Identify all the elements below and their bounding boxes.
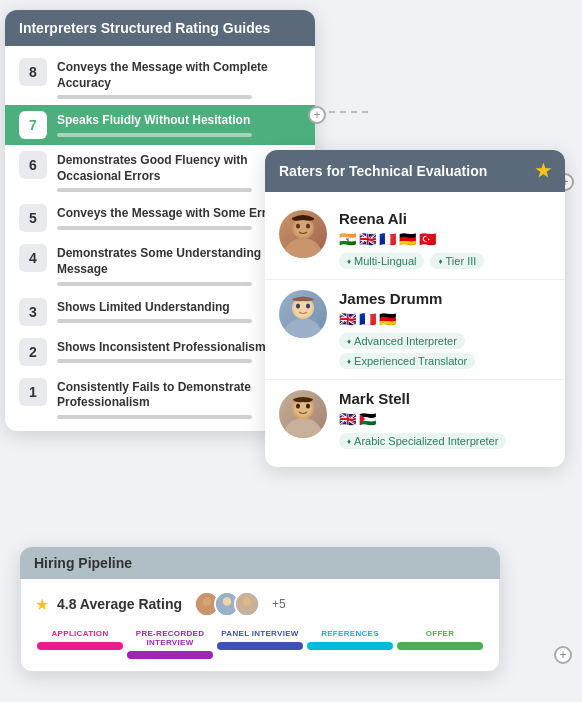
raters-list: Reena Ali 🇮🇳 🇬🇧 🇫🇷 🇩🇪 🇹🇷 Multi-Lingual T… <box>265 192 565 467</box>
rating-bar-7 <box>57 133 252 137</box>
flag-de-reena: 🇩🇪 <box>399 231 416 247</box>
rating-row-8[interactable]: 8 Conveys the Message with Complete Accu… <box>5 52 315 105</box>
connector-plus-top: + <box>308 106 326 124</box>
flag-de-james: 🇩🇪 <box>379 311 396 327</box>
raters-title: Raters for Technical Evaluation <box>279 163 487 179</box>
stage-label-panel: PANEL INTERVIEW <box>215 629 305 638</box>
stage-label-pre: PRE-RECORDED INTERVIEW <box>125 629 215 647</box>
tag-row-mark: Arabic Specialized Interpreter <box>339 433 551 449</box>
pipeline-rating-row: ★ 4.8 Average Rating +5 <box>35 591 485 617</box>
svg-point-13 <box>296 404 300 409</box>
rater-row-reena[interactable]: Reena Ali 🇮🇳 🇬🇧 🇫🇷 🇩🇪 🇹🇷 Multi-Lingual T… <box>265 200 565 280</box>
avatar-sm-mark <box>234 591 260 617</box>
pipeline-stages: APPLICATION PRE-RECORDED INTERVIEW PANEL… <box>35 629 485 659</box>
rating-bar-8 <box>57 95 252 99</box>
pipeline-rating-text: 4.8 Average Rating <box>57 596 182 612</box>
raters-card: Raters for Technical Evaluation ★ Reena … <box>265 150 565 467</box>
stage-label-offer: OFFER <box>395 629 485 638</box>
stage-bar-offer <box>397 642 483 650</box>
tag-tier3: Tier III <box>430 253 484 269</box>
pipeline-star-icon: ★ <box>35 595 49 614</box>
flag-gb-mark: 🇬🇧 <box>339 411 356 427</box>
flag-india: 🇮🇳 <box>339 231 356 247</box>
stage-panel[interactable]: PANEL INTERVIEW <box>215 629 305 659</box>
rating-num-3: 3 <box>19 298 47 326</box>
rating-bar-5 <box>57 226 252 230</box>
pipeline-plus-count: +5 <box>272 597 286 611</box>
stage-application[interactable]: APPLICATION <box>35 629 125 659</box>
rating-bar-3 <box>57 319 252 323</box>
rating-num-1: 1 <box>19 378 47 406</box>
rating-num-7: 7 <box>19 111 47 139</box>
rater-row-james[interactable]: James Drumm 🇬🇧 🇫🇷 🇩🇪 Advanced Interprete… <box>265 280 565 380</box>
stage-label-references: REFERENCES <box>305 629 395 638</box>
stage-bar-pre <box>127 651 213 659</box>
connector-plus-bottom-right: + <box>554 646 572 664</box>
svg-point-3 <box>296 224 300 229</box>
svg-point-22 <box>243 597 251 605</box>
svg-point-4 <box>306 224 310 229</box>
pipeline-header: Hiring Pipeline <box>20 547 500 579</box>
star-icon: ★ <box>535 160 551 182</box>
svg-point-5 <box>283 318 323 338</box>
flag-fr-reena: 🇫🇷 <box>379 231 396 247</box>
raters-header: Raters for Technical Evaluation ★ <box>265 150 565 192</box>
stage-references[interactable]: REFERENCES <box>305 629 395 659</box>
svg-point-7 <box>294 299 312 317</box>
tag-row-james: Advanced Interpreter <box>339 333 551 349</box>
rating-guide-header: Interpreters Structured Rating Guides <box>5 10 315 46</box>
tag-arabic-interpreter: Arabic Specialized Interpreter <box>339 433 506 449</box>
rating-guide-title: Interpreters Structured Rating Guides <box>19 20 270 36</box>
rating-content-8: Conveys the Message with Complete Accura… <box>57 58 301 99</box>
tag-row-james-2: Experienced Translator <box>339 353 551 369</box>
rating-label-8: Conveys the Message with Complete Accura… <box>57 60 301 91</box>
pipeline-body: ★ 4.8 Average Rating +5 APPLICATION <box>20 579 500 672</box>
svg-point-2 <box>294 219 312 237</box>
flag-ps: 🇵🇸 <box>359 411 376 427</box>
rater-info-mark: Mark Stell 🇬🇧 🇵🇸 Arabic Specialized Inte… <box>339 390 551 449</box>
stage-bar-application <box>37 642 123 650</box>
rating-num-6: 6 <box>19 151 47 179</box>
flag-fr-james: 🇫🇷 <box>359 311 376 327</box>
stage-bar-panel <box>217 642 303 650</box>
stage-label-application: APPLICATION <box>35 629 125 638</box>
stage-pre-recorded[interactable]: PRE-RECORDED INTERVIEW <box>125 629 215 659</box>
flag-row-reena: 🇮🇳 🇬🇧 🇫🇷 🇩🇪 🇹🇷 <box>339 231 551 247</box>
rating-num-2: 2 <box>19 338 47 366</box>
rater-info-james: James Drumm 🇬🇧 🇫🇷 🇩🇪 Advanced Interprete… <box>339 290 551 369</box>
flag-gb-james: 🇬🇧 <box>339 311 356 327</box>
rating-bar-1 <box>57 415 252 419</box>
rating-bar-6 <box>57 188 252 192</box>
tag-multilingual: Multi-Lingual <box>339 253 424 269</box>
avatar-reena <box>279 210 327 258</box>
tag-advanced-interpreter: Advanced Interpreter <box>339 333 465 349</box>
flag-tr: 🇹🇷 <box>419 231 436 247</box>
rating-num-5: 5 <box>19 204 47 232</box>
rater-info-reena: Reena Ali 🇮🇳 🇬🇧 🇫🇷 🇩🇪 🇹🇷 Multi-Lingual T… <box>339 210 551 269</box>
svg-point-19 <box>223 597 231 605</box>
rating-content-7: Speaks Fluidly Without Hesitation <box>57 111 301 137</box>
svg-point-9 <box>306 304 310 309</box>
avatar-group <box>194 591 260 617</box>
rating-num-4: 4 <box>19 244 47 272</box>
rating-bar-4 <box>57 282 252 286</box>
svg-point-10 <box>283 418 323 438</box>
flag-gb-reena: 🇬🇧 <box>359 231 376 247</box>
tag-experienced-translator: Experienced Translator <box>339 353 475 369</box>
rating-bar-2 <box>57 359 252 363</box>
pipeline-title: Hiring Pipeline <box>34 555 132 571</box>
svg-point-8 <box>296 304 300 309</box>
flag-row-james: 🇬🇧 🇫🇷 🇩🇪 <box>339 311 551 327</box>
rater-name-james: James Drumm <box>339 290 551 307</box>
stage-offer[interactable]: OFFER <box>395 629 485 659</box>
rater-row-mark[interactable]: Mark Stell 🇬🇧 🇵🇸 Arabic Specialized Inte… <box>265 380 565 459</box>
rater-name-mark: Mark Stell <box>339 390 551 407</box>
rating-row-7[interactable]: 7 Speaks Fluidly Without Hesitation <box>5 105 315 145</box>
rating-num-8: 8 <box>19 58 47 86</box>
tag-row-reena: Multi-Lingual Tier III <box>339 253 551 269</box>
svg-point-14 <box>306 404 310 409</box>
stage-bar-references <box>307 642 393 650</box>
avatar-james <box>279 290 327 338</box>
avatar-mark <box>279 390 327 438</box>
svg-point-0 <box>283 238 323 258</box>
